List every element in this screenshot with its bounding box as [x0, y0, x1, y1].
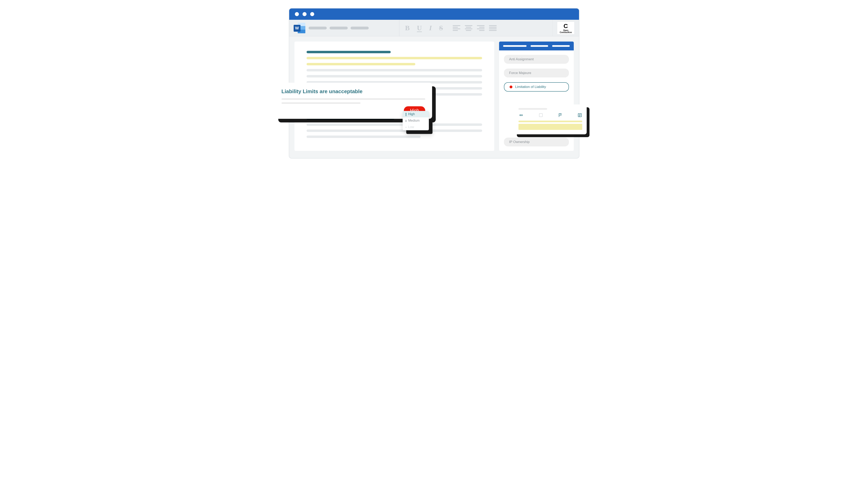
doc-text-line: [306, 75, 482, 77]
word-app-icon: W: [294, 22, 306, 34]
risk-level-dropdown: ▴▴▴ High ▴▴ Medium ▴ Low: [402, 111, 429, 130]
popover-text-line: [282, 98, 425, 100]
navigate-icon[interactable]: [519, 113, 524, 117]
clause-item-ip-ownership[interactable]: IP Ownership: [504, 138, 569, 147]
window-control-min[interactable]: [303, 12, 306, 16]
doc-highlight-line: [306, 57, 482, 59]
popover-title: Liability Limits are unacceptable: [282, 88, 425, 95]
side-tab[interactable]: [531, 45, 548, 47]
risk-option-high[interactable]: ▴▴▴ High: [402, 111, 429, 117]
card-title-placeholder: [519, 108, 547, 110]
ribbon-toolbar: W B U I S C O: [289, 20, 579, 36]
strikethrough-button[interactable]: S: [439, 24, 443, 32]
risk-popover-card[interactable]: Liability Limits are unacceptable High ▴…: [275, 83, 432, 119]
align-justify-button[interactable]: [489, 25, 496, 31]
brand-symbol: C: [560, 23, 572, 29]
clause-label: Anti Assignment: [509, 57, 534, 61]
window-control-max[interactable]: [310, 12, 314, 16]
ribbon-section-format: B U I S: [399, 20, 552, 36]
align-center-button[interactable]: [465, 25, 472, 31]
card-highlight-line: [519, 121, 582, 122]
doc-text-line: [306, 124, 482, 126]
alignment-group: [453, 25, 496, 31]
clause-label: Limitation of Liability: [515, 85, 546, 89]
doc-text-line: [306, 129, 482, 132]
checkbox-icon[interactable]: [539, 113, 543, 117]
align-right-button[interactable]: [477, 25, 484, 31]
level-low-icon: ▴: [406, 127, 406, 128]
clause-item-anti-assignment[interactable]: Anti Assignment: [504, 55, 569, 64]
bold-button[interactable]: B: [405, 24, 410, 32]
window-control-close[interactable]: [295, 12, 299, 16]
risk-dot-icon: [510, 86, 512, 88]
clause-label: Force Majeure: [509, 71, 531, 75]
align-left-button[interactable]: [453, 25, 460, 31]
doc-highlight-line: [306, 63, 415, 65]
clause-item-limitation-liability[interactable]: Limitation of Liability: [504, 82, 569, 92]
addin-brand-button[interactable]: C OpenContractKen: [557, 22, 574, 34]
card-highlight-block: [519, 124, 582, 130]
clause-item-force-majeure[interactable]: Force Majeure: [504, 68, 569, 77]
addin-side-panel: Anti Assignment Force Majeure Limitation…: [499, 42, 574, 151]
titlebar: [289, 9, 579, 20]
level-high-icon: ▴▴▴: [406, 113, 406, 116]
side-panel-header: [499, 42, 574, 51]
svg-rect-0: [539, 114, 543, 117]
note-icon[interactable]: [578, 113, 582, 117]
side-tab[interactable]: [503, 45, 526, 47]
doc-text-line: [306, 69, 482, 71]
risk-option-low[interactable]: ▴ Low: [402, 124, 429, 130]
quick-action-placeholder[interactable]: [330, 26, 348, 30]
quick-action-placeholder[interactable]: [351, 26, 369, 30]
ribbon-section-addin: C OpenContractKen: [552, 20, 579, 36]
word-app-letter: W: [294, 25, 301, 32]
clause-detail-card[interactable]: [514, 105, 587, 134]
flag-icon[interactable]: [558, 113, 563, 117]
risk-option-medium[interactable]: ▴▴ Medium: [402, 117, 429, 124]
italic-button[interactable]: I: [429, 24, 432, 32]
underline-button[interactable]: U: [417, 24, 422, 32]
level-medium-icon: ▴▴: [406, 120, 406, 122]
ribbon-section-quick: W: [289, 20, 399, 36]
side-tab[interactable]: [552, 45, 570, 47]
quick-action-placeholder[interactable]: [308, 26, 327, 30]
doc-heading-line: [306, 51, 391, 53]
clause-list: Anti Assignment Force Majeure Limitation…: [499, 51, 574, 151]
popover-text-line: [282, 102, 360, 104]
doc-text-line: [306, 136, 421, 138]
clause-label: IP Ownership: [509, 140, 530, 144]
